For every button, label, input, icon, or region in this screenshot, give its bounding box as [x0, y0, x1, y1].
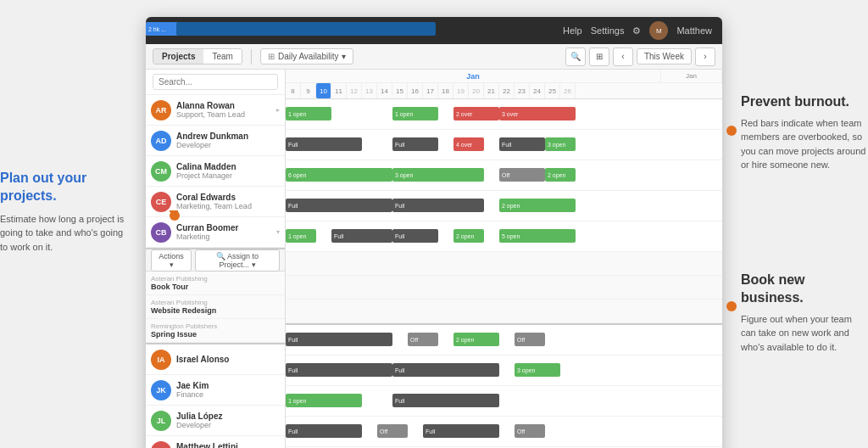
bar-calina-4: 2 open: [545, 168, 576, 182]
right-top-dot: [726, 126, 737, 136]
right-bottom-annotation: Book new business. Figure out when your …: [741, 272, 868, 354]
right-bottom-title: Book new business.: [741, 272, 868, 307]
left-annotation-body: Estimate how long a project is going to …: [0, 212, 131, 255]
search-input[interactable]: [153, 74, 278, 90]
bar-ml-2: Off: [377, 424, 408, 438]
sidebar: AR Alanna Rowan Support, Team Lead ▸ AD …: [146, 70, 286, 448]
person-info: Coral Edwards Marketing, Team Lead: [176, 193, 280, 210]
search-icon-btn[interactable]: 🔍: [565, 48, 586, 66]
person-role: Marketing, Team Lead: [176, 202, 280, 210]
person-role: Support, Team Lead: [176, 110, 275, 119]
person-name: Andrew Dunkman: [176, 132, 280, 141]
person-row[interactable]: CM Calina Madden Project Manager: [146, 156, 285, 187]
bar-jae-3: 3 open: [515, 363, 560, 377]
day-17: 17: [423, 83, 438, 98]
day-24: 24: [530, 83, 545, 98]
avatar-matthew: ML: [151, 441, 171, 449]
search-bar: [146, 70, 285, 95]
user-avatar-nav[interactable]: M: [649, 21, 668, 40]
app-window: Schedule Export Manage Help Settings ⚙ M…: [146, 17, 722, 448]
person-role: Finance: [176, 390, 280, 399]
person-row-israel[interactable]: IA Israel Alonso: [146, 344, 285, 375]
bar-coral-1: Full: [286, 199, 392, 212]
person-info: Andrew Dunkman Developer: [176, 132, 280, 149]
calendar-header: Jan Jan 8 9 10 11 12 13 14 15 16 17: [286, 70, 722, 99]
team-tab[interactable]: Team: [203, 49, 241, 64]
person-row-jae[interactable]: JK Jae Kim Finance: [146, 375, 285, 406]
toolbar-right: 🔍 ⊞ ‹ This Week ›: [565, 48, 715, 66]
day-16: 16: [408, 83, 423, 98]
avatar-jae: JK: [151, 380, 171, 400]
prev-btn[interactable]: ‹: [613, 48, 633, 66]
spring-cells: [286, 300, 722, 322]
person-row[interactable]: CE Coral Edwards Marketing, Team Lead: [146, 187, 285, 217]
cal-row-mlettini: Full Off Full Off: [286, 417, 722, 447]
person-row[interactable]: AR Alanna Rowan Support, Team Lead ▸: [146, 95, 285, 126]
day-19: 19: [453, 83, 469, 98]
projects-actions-row: Actions ▾ 🔍 Assign to Project... ▾: [146, 248, 285, 272]
assign-to-project-btn[interactable]: 🔍 Assign to Project... ▾: [195, 249, 280, 272]
person-name: Calina Madden: [176, 162, 280, 171]
next-btn[interactable]: ›: [695, 48, 715, 66]
person-name: Alanna Rowan: [176, 101, 275, 110]
person-name: Matthew Lettini: [176, 442, 280, 448]
calendar-rows: 1 open 1 open 2 over 3 over Full: [286, 99, 722, 448]
bar-andrew-2: Full: [392, 137, 438, 151]
project-row-1[interactable]: Asteran Publishing Book Tour: [146, 272, 285, 295]
view-toggle: Projects Team: [153, 48, 242, 64]
projects-tab[interactable]: Projects: [153, 49, 203, 64]
bar-andrew-4: Full: [499, 137, 545, 151]
person-row-julia[interactable]: JL Julia López Developer: [146, 406, 285, 436]
person-role: Developer: [176, 141, 280, 149]
person-name: Jae Kim: [176, 381, 280, 390]
booktour-cells: [286, 252, 722, 275]
day-22: 22: [499, 83, 515, 98]
bar-israel-2: Off: [408, 333, 438, 346]
person-row[interactable]: CB Curran Boomer Marketing ▾: [146, 217, 285, 248]
left-annotation-title: Plan out your projects.: [0, 170, 131, 205]
person-row[interactable]: AD Andrew Dunkman Developer: [146, 126, 285, 156]
filter-icon: ⊞: [268, 52, 275, 61]
bar-ml-1: Full: [286, 424, 362, 438]
bar-andrew-5: 3 open: [545, 137, 576, 151]
project-row-3[interactable]: Remington Publishers Spring Issue: [146, 319, 285, 343]
expand-icon[interactable]: ▸: [276, 106, 280, 114]
avatar-andrew: AD: [151, 131, 171, 151]
bar-curran-2: Full: [331, 229, 392, 243]
right-top-title: Prevent burnout.: [741, 93, 868, 111]
person-info: Calina Madden Project Manager: [176, 162, 280, 180]
days-row: 8 9 10 11 12 13 14 15 16 17 18 19 20 21: [286, 83, 722, 98]
person-info: Julia López Developer: [176, 412, 280, 429]
username[interactable]: Matthew: [676, 25, 712, 36]
nav-settings-icon[interactable]: ⚙: [632, 25, 641, 36]
cal-row-coral: Full Full 2 open: [286, 191, 722, 221]
grid-icon-btn[interactable]: ⊞: [589, 48, 609, 66]
bar-curran-4: 2 open: [453, 229, 484, 243]
cal-row-spring: [286, 300, 722, 323]
bar-andrew-1: Full: [286, 137, 362, 151]
person-info: Matthew Lettini Designer: [176, 442, 280, 448]
month-row: Jan Jan: [286, 70, 722, 83]
bar-israel-1: Full: [286, 333, 392, 346]
avatar-curran: CB: [151, 222, 171, 243]
this-week-btn[interactable]: This Week: [637, 48, 692, 64]
filter-button[interactable]: ⊞ Daily Availability ▾: [260, 48, 354, 64]
day-9: 9: [301, 83, 316, 98]
bar-israel-4: Off: [515, 333, 545, 346]
person-info: Jae Kim Finance: [176, 381, 280, 399]
project-row-2[interactable]: Asteran Publishing Website Redesign: [146, 295, 285, 319]
person-name: Julia López: [176, 412, 280, 421]
nav-help[interactable]: Help: [563, 25, 582, 36]
page-wrapper: Plan out your projects. Estimate how lon…: [0, 0, 868, 448]
expand-icon[interactable]: ▾: [276, 228, 280, 236]
right-top-body: Red bars indicate when team members are …: [741, 116, 868, 172]
month-jan: Jan: [286, 70, 661, 82]
user-avatar-initials: M: [656, 27, 662, 35]
actions-button[interactable]: Actions ▾: [151, 249, 192, 272]
person-row-matthew[interactable]: ML Matthew Lettini Designer: [146, 436, 285, 448]
day-12: 12: [347, 83, 362, 98]
bar-alanna-1: 1 open: [286, 107, 331, 120]
avatar-coral: CE: [151, 192, 171, 212]
nav-settings[interactable]: Settings: [591, 25, 625, 36]
person-info: Alanna Rowan Support, Team Lead: [176, 101, 275, 119]
